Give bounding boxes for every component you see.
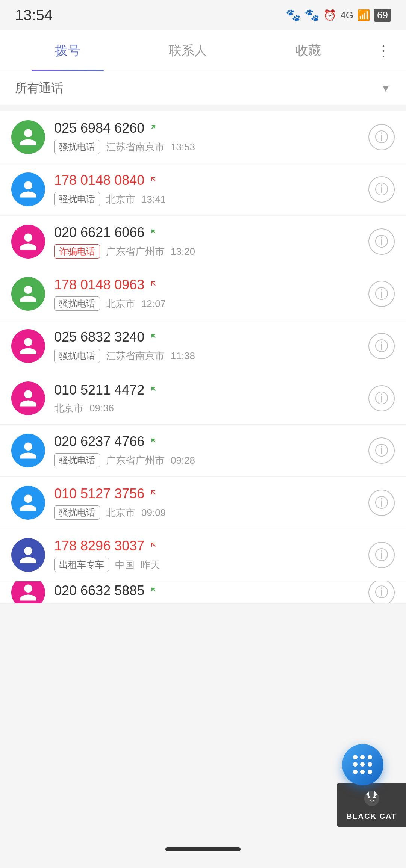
tab-favorites[interactable]: 收藏 xyxy=(248,30,368,71)
call-info: 178 0148 0840骚扰电话北京市13:41 xyxy=(54,172,368,206)
more-menu-button[interactable]: ⋮ xyxy=(368,42,398,59)
avatar xyxy=(11,225,45,259)
call-number: 020 6632 5885 xyxy=(54,583,144,599)
alarm-icon: ⏰ xyxy=(323,9,336,21)
info-button[interactable]: ⓘ xyxy=(368,542,395,568)
call-tag: 诈骗电话 xyxy=(54,244,100,259)
nav-pill xyxy=(165,847,241,851)
paw-icon-1: 🐾 xyxy=(286,8,301,22)
call-tag: 骚扰电话 xyxy=(54,453,100,467)
call-tag: 骚扰电话 xyxy=(54,505,100,520)
call-direction-icon xyxy=(149,227,158,239)
info-button[interactable]: ⓘ xyxy=(368,333,395,359)
call-location: 江苏省南京市 xyxy=(106,349,165,363)
status-icons: 🐾 🐾 ⏰ 4G 📶 69 xyxy=(286,8,391,22)
cat-icon xyxy=(362,789,381,811)
call-time: 09:28 xyxy=(171,455,195,466)
call-tag: 骚扰电话 xyxy=(54,296,100,311)
call-info: 178 8296 3037出租车专车中国昨天 xyxy=(54,538,368,572)
avatar xyxy=(11,581,45,604)
filter-bar[interactable]: 所有通话 ▼ xyxy=(0,71,406,105)
call-number: 178 0148 0840 xyxy=(54,172,144,188)
call-time: 13:53 xyxy=(171,141,195,153)
info-button[interactable]: ⓘ xyxy=(368,124,395,150)
call-list-item[interactable]: 020 6621 6066诈骗电话广东省广州市13:20ⓘ xyxy=(0,216,406,268)
call-location: 中国 xyxy=(115,558,135,572)
call-time: 09:36 xyxy=(89,402,114,414)
call-meta: 骚扰电话江苏省南京市11:38 xyxy=(54,349,368,363)
avatar xyxy=(11,486,45,520)
tab-contacts[interactable]: 联系人 xyxy=(128,30,248,71)
call-tag: 出租车专车 xyxy=(54,558,109,572)
call-direction-icon xyxy=(149,540,158,552)
call-time: 11:38 xyxy=(171,350,195,362)
info-button[interactable]: ⓘ xyxy=(368,490,395,516)
avatar xyxy=(11,538,45,572)
info-button[interactable]: ⓘ xyxy=(368,437,395,464)
tab-dial[interactable]: 拨号 xyxy=(8,30,128,71)
tab-bar: 拨号 联系人 收藏 ⋮ xyxy=(0,30,406,71)
call-list-item[interactable]: 010 5211 4472北京市09:36ⓘ xyxy=(0,372,406,425)
call-time: 09:09 xyxy=(141,507,166,519)
call-info: 020 6237 4766骚扰电话广东省广州市09:28 xyxy=(54,434,368,467)
dial-pad-fab[interactable] xyxy=(342,744,383,785)
call-direction-icon xyxy=(149,384,158,396)
info-button[interactable]: ⓘ xyxy=(368,228,395,255)
avatar xyxy=(11,434,45,467)
call-meta: 骚扰电话江苏省南京市13:53 xyxy=(54,140,368,154)
dial-pad-grid-icon xyxy=(353,755,373,774)
call-direction-icon xyxy=(149,436,158,448)
call-info: 010 5127 3756骚扰电话北京市09:09 xyxy=(54,486,368,520)
call-list-item[interactable]: 010 5127 3756骚扰电话北京市09:09ⓘ xyxy=(0,477,406,529)
call-meta: 出租车专车中国昨天 xyxy=(54,558,368,572)
call-direction-icon xyxy=(149,585,158,597)
info-button[interactable]: ⓘ xyxy=(368,581,395,604)
call-list-item[interactable]: 025 6984 6260骚扰电话江苏省南京市13:53ⓘ xyxy=(0,111,406,163)
avatar xyxy=(11,120,45,154)
call-location: 广东省广州市 xyxy=(106,454,165,467)
info-button[interactable]: ⓘ xyxy=(368,176,395,203)
call-list: 025 6984 6260骚扰电话江苏省南京市13:53ⓘ178 0148 08… xyxy=(0,111,406,604)
tab-active-indicator xyxy=(32,70,104,71)
call-list-item[interactable]: 020 6632 5885ⓘ xyxy=(0,581,406,604)
call-number: 010 5127 3756 xyxy=(54,486,144,502)
signal-4g-icon: 4G xyxy=(340,9,353,21)
call-location: 江苏省南京市 xyxy=(106,141,165,154)
call-tag: 骚扰电话 xyxy=(54,140,100,154)
call-list-item[interactable]: 020 6237 4766骚扰电话广东省广州市09:28ⓘ xyxy=(0,425,406,477)
avatar xyxy=(11,329,45,363)
call-meta: 北京市09:36 xyxy=(54,402,368,415)
call-tag: 骚扰电话 xyxy=(54,192,100,206)
info-button[interactable]: ⓘ xyxy=(368,281,395,307)
call-number: 010 5211 4472 xyxy=(54,382,144,398)
call-info: 025 6984 6260骚扰电话江苏省南京市13:53 xyxy=(54,120,368,154)
call-number: 178 0148 0963 xyxy=(54,277,144,293)
call-direction-icon xyxy=(149,122,158,134)
avatar xyxy=(11,381,45,415)
call-direction-icon xyxy=(149,279,158,291)
info-button[interactable]: ⓘ xyxy=(368,385,395,411)
call-location: 北京市 xyxy=(106,193,135,206)
call-number: 178 8296 3037 xyxy=(54,538,144,554)
call-location: 北京市 xyxy=(106,297,135,310)
black-cat-text: BLACK CAT xyxy=(347,812,397,821)
svg-point-4 xyxy=(373,796,376,798)
filter-dropdown-arrow-icon: ▼ xyxy=(380,82,391,94)
call-list-item[interactable]: 178 0148 0840骚扰电话北京市13:41ⓘ xyxy=(0,163,406,216)
call-direction-icon xyxy=(149,174,158,186)
call-info: 025 6832 3240骚扰电话江苏省南京市11:38 xyxy=(54,329,368,363)
call-location: 北京市 xyxy=(54,402,83,415)
call-location: 广东省广州市 xyxy=(106,245,165,258)
paw-icon-2: 🐾 xyxy=(304,8,320,22)
signal-bars-icon: 📶 xyxy=(357,9,370,21)
call-info: 020 6632 5885 xyxy=(54,583,368,602)
call-time: 昨天 xyxy=(141,558,160,572)
call-list-item[interactable]: 178 0148 0963骚扰电话北京市12:07ⓘ xyxy=(0,268,406,320)
call-list-item[interactable]: 178 8296 3037出租车专车中国昨天ⓘ xyxy=(0,529,406,581)
avatar xyxy=(11,172,45,206)
call-meta: 骚扰电话广东省广州市09:28 xyxy=(54,453,368,467)
svg-point-3 xyxy=(368,796,370,798)
call-list-item[interactable]: 025 6832 3240骚扰电话江苏省南京市11:38ⓘ xyxy=(0,320,406,372)
call-meta: 骚扰电话北京市13:41 xyxy=(54,192,368,206)
call-direction-icon xyxy=(149,488,158,500)
